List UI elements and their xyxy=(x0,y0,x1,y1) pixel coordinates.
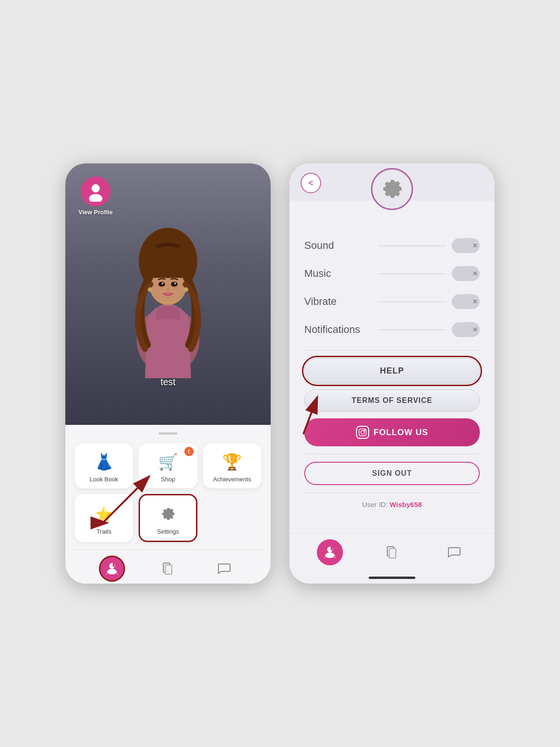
menu-item-lookbook[interactable]: 👗 Look Book xyxy=(75,443,133,488)
traits-label: Traits xyxy=(97,528,112,535)
vibrate-toggle-x: ✕ xyxy=(472,298,478,305)
settings-bottom-nav: ! xyxy=(289,533,495,575)
nav-chat-btn[interactable] xyxy=(211,556,237,582)
character-illustration xyxy=(107,219,229,378)
svg-point-21 xyxy=(361,430,364,434)
menu-item-traits[interactable]: ⭐ Traits xyxy=(75,494,133,542)
right-phone: < Sound ✕ Music ✕ xyxy=(289,163,495,584)
music-toggle[interactable]: ✕ xyxy=(452,266,480,281)
sound-toggle-x: ✕ xyxy=(472,242,478,249)
nav-profile-btn[interactable]: ! xyxy=(99,556,125,582)
divider-1 xyxy=(304,350,480,351)
notifications-label: Notifications xyxy=(304,324,372,336)
music-toggle-x: ✕ xyxy=(472,270,478,277)
svg-text:!: ! xyxy=(332,548,333,551)
svg-rect-18 xyxy=(165,565,172,574)
instagram-icon xyxy=(356,426,369,439)
user-id-row: User ID: Wisby658 xyxy=(304,500,480,508)
music-setting-row: Music ✕ xyxy=(304,266,480,281)
back-button[interactable]: < xyxy=(301,173,321,193)
settings-icon xyxy=(157,503,179,525)
follow-us-button[interactable]: FOLLOW US xyxy=(304,418,480,446)
vibrate-setting-row: Vibrate ✕ xyxy=(304,294,480,309)
achievements-icon: 🏆 xyxy=(221,451,243,473)
sound-toggle[interactable]: ✕ xyxy=(452,238,480,253)
settings-nav-chat-btn[interactable] xyxy=(441,539,467,565)
svg-point-0 xyxy=(91,184,100,193)
achievements-label: Achievements xyxy=(213,476,252,483)
view-profile-button[interactable]: View Profile xyxy=(78,176,112,216)
settings-nav-stories-icon xyxy=(385,545,399,560)
svg-text:!: ! xyxy=(114,564,115,567)
settings-nav-stories-btn[interactable] xyxy=(379,539,405,565)
nav-stories-icon xyxy=(161,561,175,576)
settings-label: Settings xyxy=(157,528,179,535)
divider-2 xyxy=(304,454,480,454)
music-line xyxy=(378,274,446,274)
nav-chat-icon xyxy=(217,561,231,576)
settings-nav-chat-icon xyxy=(447,545,462,560)
nav-profile-icon: ! xyxy=(105,561,119,576)
notifications-toggle[interactable]: ✕ xyxy=(452,322,480,337)
character-area: test xyxy=(103,219,233,397)
vibrate-line xyxy=(378,302,446,302)
settings-nav-profile-icon: ! xyxy=(322,545,337,560)
avatar-icon xyxy=(85,181,106,202)
gear-large-icon xyxy=(379,176,405,202)
avatar xyxy=(81,176,111,206)
shop-label: Shop xyxy=(161,476,175,483)
menu-item-achievements[interactable]: 🏆 Achievements xyxy=(203,443,261,488)
view-profile-label: View Profile xyxy=(78,209,112,216)
character-name: test xyxy=(161,377,175,388)
tos-button[interactable]: TERMS OF SERVICE xyxy=(304,389,480,412)
settings-content: Sound ✕ Music ✕ Vibrate ✕ xyxy=(289,201,495,533)
shop-icon: 🛒 xyxy=(157,451,179,473)
settings-nav-profile-btn[interactable]: ! xyxy=(317,539,343,565)
notifications-line xyxy=(378,330,446,330)
help-button[interactable]: HELP xyxy=(304,358,480,384)
bottom-sheet: 👗 Look Book 🛒 Shop 🏆 Achievements ⭐ xyxy=(65,425,271,584)
divider-3 xyxy=(304,493,480,493)
settings-gear-icon-large xyxy=(371,168,413,210)
svg-point-1 xyxy=(89,194,102,202)
nav-stories-btn[interactable] xyxy=(155,556,181,582)
menu-item-shop[interactable]: 🛒 Shop xyxy=(139,443,197,488)
vibrate-toggle[interactable]: ✕ xyxy=(452,294,480,309)
lookbook-label: Look Book xyxy=(90,476,118,483)
vibrate-label: Vibrate xyxy=(304,296,372,308)
notifications-setting-row: Notifications ✕ xyxy=(304,322,480,337)
sound-line xyxy=(378,246,446,246)
svg-point-9 xyxy=(174,282,176,284)
svg-point-8 xyxy=(162,282,164,284)
lookbook-icon: 👗 xyxy=(93,451,115,473)
left-phone: View Profile xyxy=(65,163,271,584)
menu-item-settings[interactable]: Settings xyxy=(139,494,197,542)
shop-notification-badge xyxy=(184,447,194,456)
notifications-toggle-x: ✕ xyxy=(472,326,478,333)
sound-label: Sound xyxy=(304,240,372,252)
instagram-svg xyxy=(358,428,367,437)
game-area: View Profile xyxy=(65,163,271,425)
signout-button[interactable]: SIGN OUT xyxy=(304,462,480,485)
svg-point-22 xyxy=(364,430,365,431)
user-id-label: User ID: xyxy=(362,500,388,508)
svg-point-10 xyxy=(166,289,169,291)
sheet-handle xyxy=(159,432,177,435)
menu-grid: 👗 Look Book 🛒 Shop 🏆 Achievements ⭐ xyxy=(75,443,261,542)
svg-point-12 xyxy=(184,288,188,292)
svg-rect-28 xyxy=(389,549,396,558)
svg-point-6 xyxy=(158,282,165,287)
left-bottom-nav: ! xyxy=(75,550,261,584)
follow-us-label: FOLLOW US xyxy=(374,428,428,437)
svg-point-7 xyxy=(171,282,177,287)
svg-point-11 xyxy=(148,288,152,292)
music-label: Music xyxy=(304,268,372,280)
settings-header: < xyxy=(289,163,495,201)
user-id-value: Wisby658 xyxy=(390,500,422,508)
sound-setting-row: Sound ✕ xyxy=(304,238,480,253)
traits-icon: ⭐ xyxy=(93,503,115,525)
